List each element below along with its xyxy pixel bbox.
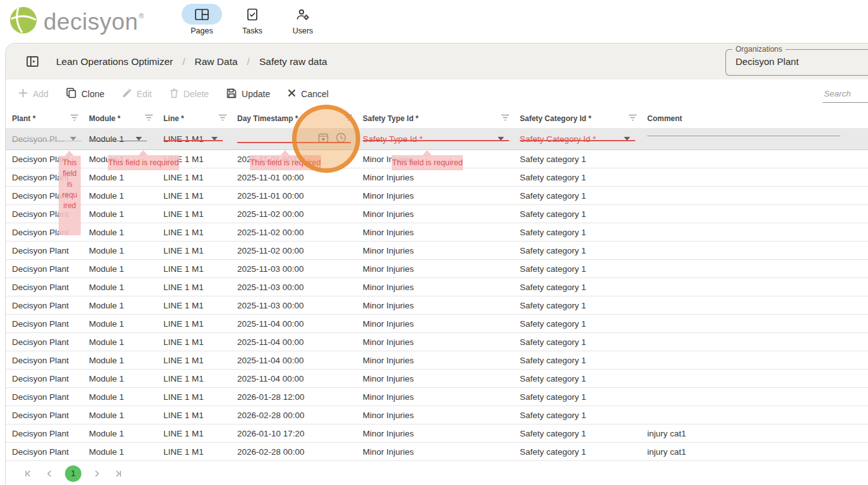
column-header: Day Timestamp * [237, 114, 363, 123]
table-row[interactable]: Decisyon PlantModule 1LINE 1 M12025-11-0… [6, 223, 868, 242]
delete-button[interactable]: Delete [170, 88, 209, 100]
breadcrumb-item-root[interactable]: Lean Operations Optimizer [56, 56, 173, 67]
table-row[interactable]: Decisyon PlantModule 1LINE 1 M12025-11-0… [6, 296, 868, 315]
plant-select[interactable]: Decisyon Pl... [12, 134, 81, 144]
filter-icon[interactable] [628, 114, 637, 123]
filter-icon[interactable] [218, 114, 227, 123]
table-row[interactable]: Decisyon PlantModule 1LINE 1 M12025-11-0… [6, 315, 868, 333]
grid-toolbar: Add Clone Edit [6, 79, 868, 108]
previous-page-button[interactable] [44, 467, 56, 480]
cell-plant: Decisyon Plant [12, 411, 89, 420]
brand-name: decisyon® [44, 10, 144, 33]
cell-line: LINE 1 M1 [163, 301, 237, 310]
filter-icon[interactable] [501, 114, 510, 123]
cell-safety-type: Minor Injuries [363, 337, 520, 347]
add-button[interactable]: Add [18, 88, 49, 100]
filter-icon[interactable] [344, 114, 353, 123]
edit-button[interactable]: Edit [122, 88, 152, 100]
cell-module: Module 1 [89, 429, 163, 438]
cell-plant: Decisyon Plant [12, 301, 89, 310]
safety-type-select-value: Safety Type Id * [363, 134, 423, 144]
update-button[interactable]: Update [226, 88, 270, 100]
cell-line: LINE 1 M1 [163, 337, 237, 347]
breadcrumb-item-current: Safety raw data [259, 56, 327, 67]
breadcrumb-item-raw-data[interactable]: Raw Data [195, 56, 238, 67]
clone-button[interactable]: Clone [66, 88, 105, 100]
day-timestamp-input[interactable] [237, 132, 351, 146]
table-row[interactable]: Decisyon PlantModule 1LINE 1 M12026-02-2… [6, 443, 868, 461]
filter-icon[interactable] [70, 114, 79, 123]
main-nav: Pages Tasks Users [182, 4, 323, 35]
cell-module: Module 1 [89, 374, 163, 383]
filter-icon[interactable] [144, 114, 153, 123]
cell-plant: Decisyon Plant [12, 246, 89, 255]
cell-line: LINE 1 M1 [163, 374, 237, 383]
search-box [823, 88, 868, 103]
cell-plant: Decisyon Plant [12, 429, 89, 438]
registered-mark: ® [139, 12, 144, 20]
copy-icon [66, 88, 76, 100]
table-row[interactable]: Decisyon PlantModule 1LINE 1 M12025-11-0… [6, 260, 868, 278]
organizations-select[interactable]: Organizations Decisyon Plant [725, 49, 868, 76]
breadcrumb-band: Lean Operations Optimizer / Raw Data / S… [6, 44, 868, 79]
column-header: Safety Type Id * [363, 114, 520, 123]
table-row[interactable]: Decisyon PlantModule 1LINE 1 M12025-11-0… [6, 370, 868, 388]
cell-safety-type: Minor Injuries [363, 283, 520, 292]
table-row[interactable]: Decisyon PlantModule 1LINE 1 M12025-11-0… [6, 278, 868, 296]
cell-safety-category: Safety category 1 [520, 246, 647, 255]
cancel-button[interactable]: Cancel [288, 89, 329, 99]
decisyon-logo-icon [9, 6, 38, 37]
cell-safety-type: Minor Injuries [363, 301, 520, 310]
module-select[interactable]: Module 1 [89, 134, 147, 144]
cell-comment: injury cat1 [647, 429, 868, 438]
safety-type-select[interactable]: Safety Type Id * [363, 134, 509, 144]
cell-module: Module 1 [89, 411, 163, 420]
module-select-value: Module 1 [89, 134, 124, 144]
edit-cell-module: Module 1 [89, 134, 163, 144]
clock-icon[interactable] [336, 132, 346, 146]
cell-day-timestamp: 2025-11-02 00:00 [237, 209, 363, 219]
search-input[interactable] [823, 89, 868, 103]
nav-item-tasks[interactable]: Tasks [232, 4, 273, 35]
cell-plant: Decisyon Plant [12, 319, 89, 329]
cell-module: Module 1 [89, 246, 163, 255]
cell-line: LINE 1 M1 [163, 173, 237, 182]
table-row[interactable]: Decisyon PlantModule 1LINE 1 M12026-01-2… [6, 388, 868, 406]
cell-day-timestamp: 2025-11-01 00:00 [237, 191, 363, 201]
cell-comment: injury cat1 [647, 447, 868, 457]
brand-logo: decisyon® [9, 6, 144, 37]
tooltip-arrow-icon [281, 150, 290, 155]
column-header-label: Day Timestamp * [237, 114, 298, 123]
cell-day-timestamp: 2025-11-03 00:00 [237, 301, 363, 310]
cell-line: LINE 1 M1 [163, 392, 237, 402]
cell-day-timestamp: 2025-11-04 00:00 [237, 374, 363, 383]
table-row[interactable]: Decisyon PlantModule 1LINE 1 M12026-01-1… [6, 424, 868, 443]
current-page-indicator[interactable]: 1 [65, 465, 81, 482]
cell-plant: Decisyon Plant [12, 337, 89, 347]
last-page-button[interactable] [112, 467, 124, 480]
table-row[interactable]: Decisyon PlantModule 1LINE 1 M12025-11-0… [6, 333, 868, 351]
first-page-button[interactable] [22, 467, 35, 480]
page-card: Lean Operations Optimizer / Raw Data / S… [5, 43, 868, 485]
cell-module: Module 1 [89, 319, 163, 329]
next-page-button[interactable] [90, 467, 103, 480]
table-row[interactable]: Decisyon PlantModule 1LINE 1 M12025-11-0… [6, 187, 868, 205]
calendar-icon[interactable] [318, 132, 329, 146]
cell-line: LINE 1 M1 [163, 447, 237, 457]
table-row[interactable]: Decisyon PlantModule 1LINE 1 M12025-11-0… [6, 242, 868, 260]
table-row[interactable]: Decisyon PlantModule 1LINE 1 M12025-11-0… [6, 168, 868, 187]
nav-item-pages[interactable]: Pages [182, 4, 222, 35]
safety-category-select[interactable]: Safety Category Id * [520, 134, 635, 144]
table-row[interactable]: Decisyon PlantModule 1LINE 1 M12025-11-0… [6, 205, 868, 223]
nav-item-users[interactable]: Users [283, 4, 323, 35]
column-header-label: Safety Type Id * [363, 114, 418, 123]
toggle-sidebar-icon[interactable] [26, 55, 39, 71]
validation-tooltip-day-timestamp: This field is required [250, 155, 321, 170]
table-row[interactable]: Decisyon PlantModule 1LINE 1 M12026-02-2… [6, 406, 868, 424]
table-row[interactable]: Decisyon PlantModule 1LINE 1 M12025-11-0… [6, 351, 868, 370]
table-edit-row: Decisyon Pl... Module 1 LINE 1 M1 [6, 128, 868, 150]
line-select-value: LINE 1 M1 [163, 134, 204, 144]
edit-cell-day-timestamp [237, 132, 363, 146]
line-select[interactable]: LINE 1 M1 [163, 134, 223, 144]
tooltip-arrow-icon [65, 151, 74, 156]
